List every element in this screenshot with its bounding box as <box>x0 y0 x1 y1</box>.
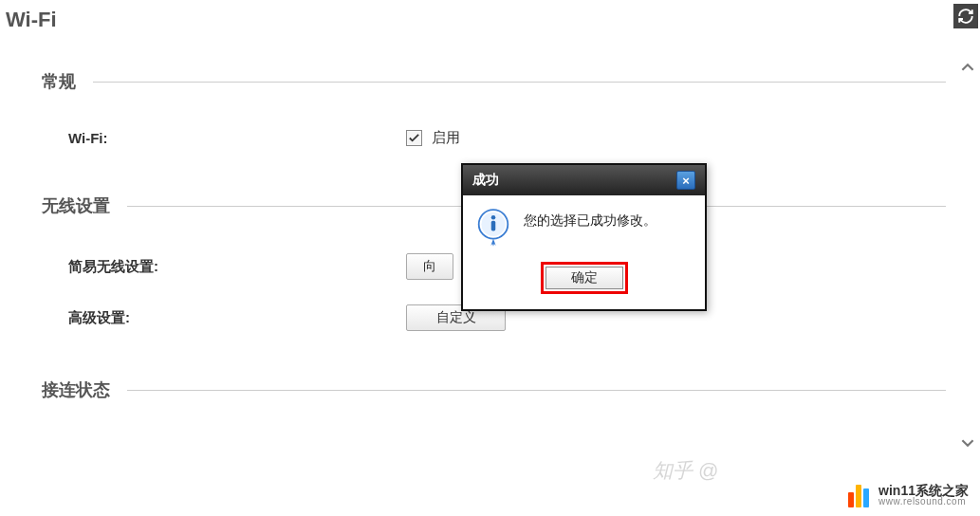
label-simple-wireless: 简易无线设置: <box>68 258 406 276</box>
simple-wireless-button[interactable]: 向 <box>406 253 453 280</box>
dialog-footer: 确定 <box>463 254 705 309</box>
success-dialog: 成功 × 您的选择已成功修改。 确定 <box>461 163 707 311</box>
scroll-down-icon[interactable] <box>957 433 978 453</box>
refresh-icon[interactable] <box>953 4 978 28</box>
close-icon: × <box>682 174 690 188</box>
dialog-ok-highlight: 确定 <box>541 262 628 294</box>
dialog-title-text: 成功 <box>472 172 499 189</box>
section-header-status: 接连状态 <box>42 378 980 401</box>
dialog-message: 您的选择已成功修改。 <box>524 209 656 230</box>
dialog-close-button[interactable]: × <box>676 171 695 190</box>
brand-url: www.relsound.com <box>878 497 969 507</box>
dialog-titlebar: 成功 × <box>463 165 705 195</box>
section-title-general: 常规 <box>42 70 76 93</box>
info-icon <box>476 209 510 247</box>
watermark-zhihu: 知乎 @ <box>653 457 718 484</box>
watermark-brand: win11系统之家 www.relsound.com <box>842 480 974 510</box>
dialog-ok-button[interactable]: 确定 <box>545 267 623 289</box>
svg-point-2 <box>491 215 496 220</box>
label-wifi: Wi-Fi: <box>68 130 406 146</box>
section-title-status: 接连状态 <box>42 378 110 401</box>
brand-logo-icon <box>848 483 873 507</box>
svg-rect-3 <box>491 221 496 231</box>
wifi-enable-label: 启用 <box>432 129 460 147</box>
section-status: 接连状态 <box>42 378 980 401</box>
divider <box>127 390 946 391</box>
label-advanced: 高级设置: <box>68 309 406 327</box>
brand-name: win11系统之家 <box>878 484 969 497</box>
section-title-wireless: 无线设置 <box>42 194 110 217</box>
field-wifi: Wi-Fi: 启用 <box>42 129 980 147</box>
page-title: Wi-Fi <box>0 0 980 42</box>
divider <box>93 82 946 83</box>
dialog-body: 您的选择已成功修改。 <box>463 195 705 254</box>
section-header-general: 常规 <box>42 70 980 93</box>
section-general: 常规 Wi-Fi: 启用 <box>42 70 980 147</box>
wifi-enable-checkbox[interactable] <box>406 130 422 146</box>
